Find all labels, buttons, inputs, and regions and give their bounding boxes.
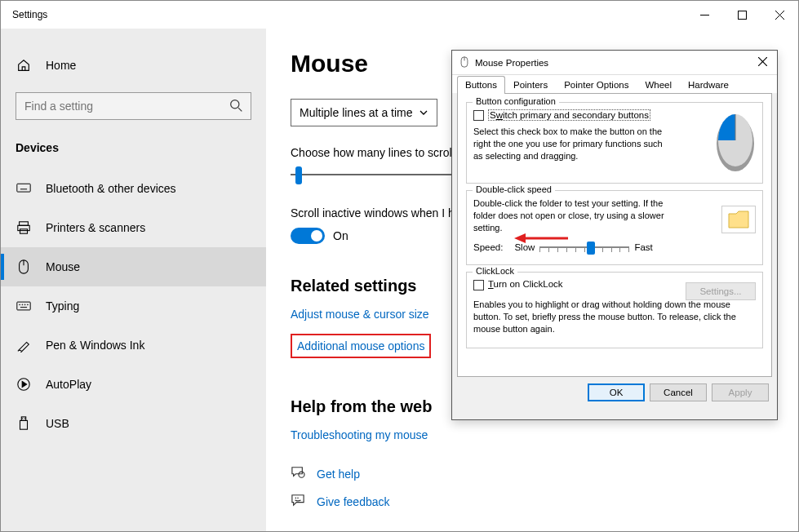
sidebar: Home Devices Bluetooth & other devices P… (1, 29, 266, 531)
sidebar-item-printers[interactable]: Printers & scanners (1, 208, 266, 247)
inactive-toggle[interactable] (291, 228, 325, 244)
feedback-icon (291, 494, 305, 510)
svg-line-5 (238, 108, 242, 111)
lines-slider[interactable] (291, 164, 462, 187)
keyboard-icon (16, 183, 31, 194)
clicklock-settings-button[interactable]: Settings... (686, 282, 756, 300)
sidebar-item-autoplay[interactable]: AutoPlay (1, 365, 266, 404)
tab-pointers[interactable]: Pointers (505, 76, 556, 94)
sidebar-item-pen[interactable]: Pen & Windows Ink (1, 326, 266, 365)
titlebar: Settings (1, 1, 798, 29)
group-legend: ClickLock (473, 266, 517, 276)
svg-rect-25 (21, 417, 25, 421)
svg-point-20 (22, 304, 23, 305)
link-adjust-cursor[interactable]: Adjust mouse & cursor size (291, 308, 429, 321)
dialog-title: Mouse Properties (475, 58, 754, 68)
fast-label: Fast (634, 242, 652, 252)
svg-point-4 (231, 100, 239, 109)
section-header: Devices (16, 141, 266, 154)
sidebar-item-bluetooth[interactable]: Bluetooth & other devices (1, 169, 266, 208)
svg-point-22 (28, 304, 29, 305)
clicklock-desc: Enables you to highlight or drag without… (473, 299, 756, 335)
mouse-icon (459, 56, 470, 69)
group-legend: Double-click speed (473, 184, 555, 194)
svg-rect-13 (20, 222, 29, 226)
autoplay-icon (16, 377, 31, 392)
sidebar-item-usb[interactable]: USB (1, 404, 266, 443)
sidebar-item-label: Pen & Windows Ink (46, 339, 144, 352)
double-click-group: Double-click speed Double-click the fold… (466, 190, 763, 265)
checkbox-label: Turn on ClickLock (488, 279, 563, 289)
checkbox-box (473, 110, 484, 121)
home-nav[interactable]: Home (1, 47, 266, 84)
printer-icon (16, 220, 31, 235)
button-config-group: Button configuration Switch primary and … (466, 102, 763, 184)
sidebar-item-typing[interactable]: Typing (1, 286, 266, 326)
typing-icon (16, 300, 31, 312)
svg-point-29 (299, 472, 304, 477)
svg-rect-15 (20, 229, 28, 233)
tab-pointer-options[interactable]: Pointer Options (556, 76, 637, 94)
link-get-help[interactable]: Get help (317, 468, 360, 481)
test-folder[interactable] (721, 206, 756, 233)
sidebar-item-label: USB (46, 417, 69, 430)
chat-icon (291, 466, 305, 482)
close-button[interactable] (761, 1, 798, 29)
svg-point-19 (20, 304, 20, 305)
svg-point-21 (24, 304, 25, 305)
svg-rect-18 (17, 302, 30, 310)
svg-rect-14 (18, 225, 29, 230)
window-title: Settings (12, 9, 47, 20)
sidebar-item-label: Bluetooth & other devices (46, 182, 176, 195)
dblclick-desc: Double-click the folder to test your set… (473, 197, 677, 234)
home-icon (16, 58, 31, 73)
speed-label: Speed: (473, 242, 503, 252)
mouse-properties-dialog: Mouse Properties Buttons Pointers Pointe… (451, 50, 778, 420)
sidebar-item-label: Printers & scanners (46, 221, 145, 234)
tab-wheel[interactable]: Wheel (637, 76, 680, 94)
minimize-button[interactable] (686, 1, 723, 29)
tab-buttons[interactable]: Buttons (457, 76, 505, 94)
usb-icon (16, 416, 31, 431)
search-icon (229, 99, 243, 116)
dialog-tabs: Buttons Pointers Pointer Options Wheel H… (452, 75, 777, 93)
svg-rect-26 (20, 420, 28, 429)
home-label: Home (46, 59, 76, 72)
dialog-titlebar[interactable]: Mouse Properties (452, 51, 777, 75)
chevron-down-icon (419, 108, 428, 117)
dblclick-speed-slider[interactable] (539, 239, 629, 255)
sidebar-item-label: AutoPlay (46, 378, 91, 391)
mouse-illustration (713, 111, 757, 175)
link-additional-mouse-options[interactable]: Additional mouse options (297, 339, 424, 352)
dialog-button-row: OK Cancel Apply (452, 382, 777, 401)
pen-icon (16, 338, 31, 352)
clicklock-group: ClickLock Turn on ClickLock Settings... … (466, 272, 763, 348)
tab-hardware[interactable]: Hardware (680, 76, 737, 94)
dialog-close-button[interactable] (754, 57, 770, 68)
sidebar-item-mouse[interactable]: Mouse (1, 247, 266, 286)
ok-button[interactable]: OK (588, 383, 645, 401)
scroll-mode-combo[interactable]: Multiple lines at a time (291, 99, 437, 126)
link-give-feedback[interactable]: Give feedback (317, 495, 390, 508)
combo-value: Multiple lines at a time (300, 106, 413, 119)
checkbox-box (473, 280, 484, 290)
group-legend: Button configuration (473, 96, 559, 106)
search-input[interactable] (16, 92, 251, 120)
switch-buttons-checkbox[interactable]: Switch primary and secondary buttons (473, 109, 661, 121)
svg-rect-1 (738, 11, 746, 19)
toggle-state: On (333, 229, 348, 242)
apply-button[interactable]: Apply (712, 383, 769, 401)
sidebar-item-label: Typing (46, 299, 79, 313)
search-wrap (16, 92, 251, 120)
link-troubleshoot-mouse[interactable]: Troubleshooting my mouse (291, 428, 428, 441)
cancel-button[interactable]: Cancel (650, 383, 707, 401)
highlighted-link-box: Additional mouse options (291, 334, 431, 358)
checkbox-label: Switch primary and secondary buttons (488, 109, 650, 121)
switch-desc: Select this check box to make the button… (473, 126, 665, 162)
sidebar-item-label: Mouse (46, 260, 80, 273)
mouse-icon (16, 259, 31, 274)
svg-rect-6 (17, 184, 30, 192)
maximize-button[interactable] (723, 1, 761, 29)
